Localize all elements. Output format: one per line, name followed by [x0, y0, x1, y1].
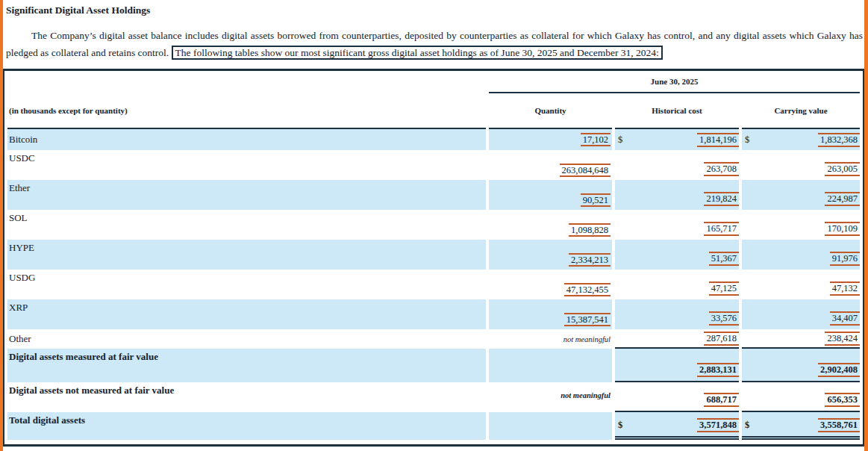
- asset-label: Digital assets measured at fair value: [7, 349, 486, 382]
- asset-label: USDG: [7, 270, 486, 299]
- table-row: Other not meaningful 287,618 238,424: [7, 329, 860, 349]
- historical-cost-value: 165,717: [704, 222, 739, 236]
- holdings-table-grid: June 30, 2025 (in thousands except for q…: [4, 71, 863, 444]
- quantity-value: not meaningful: [561, 391, 611, 399]
- quantity-value: 1,098,828: [569, 223, 611, 237]
- asset-label: Total digital assets: [7, 412, 486, 440]
- header-blank-cell: [7, 71, 486, 93]
- carrying-value-value: 1,832,368: [818, 133, 860, 147]
- table-row: Digital assets not measured at fair valu…: [7, 382, 860, 412]
- asset-label: XRP: [7, 299, 486, 329]
- table-row: SOL 1,098,828 165,717 170,109: [7, 210, 860, 240]
- carrying-value-value: 34,407: [830, 311, 860, 326]
- quantity-value: 90,521: [581, 193, 611, 207]
- carrying-value-value: 238,424: [825, 332, 860, 346]
- carrying-value-value: 263,005: [825, 162, 860, 176]
- asset-label: SOL: [7, 210, 486, 240]
- asset-label: Digital assets not measured at fair valu…: [7, 382, 486, 412]
- table-row: USDC 263,084,648 263,708 263,005: [7, 150, 860, 180]
- table-row: USDG 47,132,455 47,125 47,132: [7, 270, 860, 299]
- quantity-value: 15,387,541: [564, 313, 611, 326]
- historical-cost-value: 2,883,131: [697, 363, 739, 377]
- historical-cost-value: 1,814,196: [697, 133, 739, 147]
- historical-cost-dollar: $: [615, 134, 622, 146]
- period-header-row: June 30, 2025: [7, 71, 860, 93]
- historical-cost-value: 51,367: [709, 252, 739, 266]
- carrying-value-dollar: $: [742, 134, 749, 146]
- table-row: HYPE 2,334,213 51,367 91,976: [7, 240, 860, 270]
- carrying-value-value: 170,109: [825, 222, 860, 236]
- table-row: XRP 15,387,541 33,576 34,407: [7, 299, 860, 329]
- quantity-value: 47,132,455: [564, 283, 611, 296]
- asset-label: Other: [7, 329, 486, 349]
- carrying-value-value: 47,132: [830, 282, 860, 296]
- asset-label: Bitcoin: [7, 129, 486, 150]
- col-header-quantity: Quantity: [489, 93, 612, 129]
- document-page: Significant Digital Asset Holdings The C…: [0, 0, 868, 451]
- quantity-value: not meaningful: [563, 335, 611, 343]
- carrying-value-value: 224,987: [825, 192, 860, 206]
- left-edge-highlight-bar: [0, 0, 3, 451]
- column-header-row: (in thousands except for quantity) Quant…: [7, 93, 860, 129]
- asset-label: Ether: [7, 180, 486, 210]
- period-header: June 30, 2025: [489, 71, 860, 93]
- units-note: (in thousands except for quantity): [7, 93, 486, 129]
- table-row: Ether 90,521 219,824 224,987: [7, 180, 860, 210]
- quantity-value: 263,084,648: [560, 164, 611, 177]
- table-row: Bitcoin 17,102 $ 1,814,196 $ 1,832,368: [7, 129, 860, 150]
- historical-cost-value: 263,708: [704, 162, 739, 176]
- historical-cost-value: 3,571,848: [697, 418, 739, 432]
- asset-label: USDC: [7, 150, 486, 180]
- historical-cost-value: 688,717: [704, 393, 739, 407]
- carrying-value-value: 2,902,408: [818, 363, 860, 377]
- quantity-value: 17,102: [581, 133, 611, 146]
- historical-cost-value: 47,125: [709, 282, 739, 296]
- carrying-value-value: 3,558,761: [818, 418, 860, 432]
- table-row: Digital assets measured at fair value 2,…: [7, 349, 860, 382]
- holdings-table: June 30, 2025 (in thousands except for q…: [3, 69, 865, 447]
- historical-cost-dollar: $: [615, 420, 622, 431]
- historical-cost-value: 33,576: [709, 311, 739, 326]
- carrying-value-value: 91,976: [830, 252, 860, 266]
- historical-cost-value: 219,824: [704, 192, 739, 206]
- carrying-value-value: 656,353: [825, 393, 860, 407]
- section-heading: Significant Digital Asset Holdings: [6, 4, 150, 16]
- col-header-carrying-value: Carrying value: [742, 93, 860, 129]
- asset-table-body: Bitcoin 17,102 $ 1,814,196 $ 1,832,368 U…: [7, 129, 860, 444]
- right-edge-highlight-bar: [864, 0, 868, 451]
- carrying-value-dollar: $: [742, 420, 749, 431]
- highlighted-sentence: The following tables show our most signi…: [172, 46, 663, 60]
- col-header-historical-cost: Historical cost: [615, 93, 739, 129]
- table-bottom-spacer: [7, 440, 860, 444]
- quantity-value: 2,334,213: [569, 253, 611, 267]
- intro-paragraph: The Company’s digital asset balance incl…: [6, 27, 863, 61]
- historical-cost-value: 287,618: [704, 332, 739, 346]
- table-row: Total digital assets $ 3,571,848 $ 3,558…: [7, 412, 860, 440]
- asset-label: HYPE: [7, 240, 486, 270]
